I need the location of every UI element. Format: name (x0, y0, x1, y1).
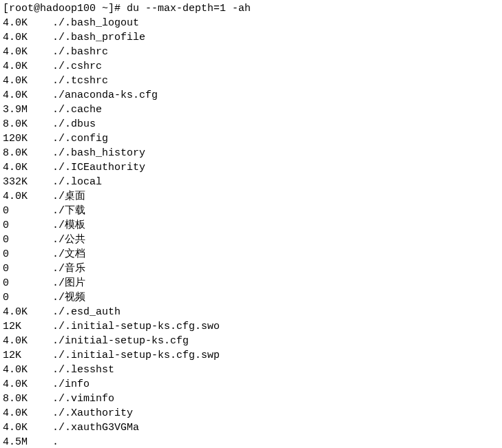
path-value: ./anaconda-ks.cfg (52, 88, 158, 103)
du-row: 4.0K./info (3, 377, 499, 392)
path-value: ./.cshrc (52, 59, 102, 74)
du-row: 4.0K./.tcshrc (3, 74, 499, 88)
size-value: 0 (3, 233, 52, 247)
path-value: ./视频 (52, 290, 85, 305)
du-row: 0./视频 (3, 290, 499, 305)
path-value: ./音乐 (52, 262, 85, 276)
size-value: 332K (3, 175, 52, 189)
path-value: ./.esd_auth (52, 305, 121, 319)
du-row: 4.0K./.lesshst (3, 363, 499, 377)
size-value: 0 (3, 290, 52, 305)
path-value: ./下载 (52, 204, 85, 218)
du-row: 0./下载 (3, 204, 499, 218)
du-row: 8.0K./.bash_history (3, 146, 499, 160)
path-value: ./模板 (52, 218, 85, 233)
path-value: ./.viminfo (52, 392, 114, 406)
size-value: 4.0K (3, 160, 52, 175)
du-row: 332K./.local (3, 175, 499, 189)
size-value: 4.0K (3, 377, 52, 392)
size-value: 8.0K (3, 117, 52, 131)
size-value: 0 (3, 276, 52, 290)
path-value: ./公共 (52, 233, 85, 247)
size-value: 4.0K (3, 189, 52, 204)
du-row: 4.0K./.xauthG3VGMa (3, 420, 499, 435)
path-value: ./.lesshst (52, 363, 114, 377)
du-row: 0./文档 (3, 247, 499, 262)
du-row: 4.0K./.esd_auth (3, 305, 499, 319)
du-row: 4.0K./.Xauthority (3, 406, 499, 420)
path-value: ./.ICEauthority (52, 160, 145, 175)
size-value: 4.0K (3, 363, 52, 377)
du-row: 8.0K./.viminfo (3, 392, 499, 406)
du-row: 4.0K./.ICEauthority (3, 160, 499, 175)
du-row: 0./图片 (3, 276, 499, 290)
size-value: 120K (3, 131, 52, 146)
size-value: 4.0K (3, 59, 52, 74)
size-value: 4.0K (3, 305, 52, 319)
size-value: 3.9M (3, 103, 52, 117)
du-output-rows: 4.0K./.bash_logout4.0K./.bash_profile4.0… (3, 16, 499, 448)
du-row: 12K./.initial-setup-ks.cfg.swo (3, 319, 499, 334)
size-value: 0 (3, 247, 52, 262)
du-row: 3.9M./.cache (3, 103, 499, 117)
du-row: 0./音乐 (3, 262, 499, 276)
du-row: 4.0K./.bashrc (3, 45, 499, 59)
size-value: 4.0K (3, 88, 52, 103)
command-text: du --max-depth=1 -ah (127, 3, 251, 14)
path-value: ./.bash_profile (52, 30, 145, 45)
path-value: ./.local (52, 175, 102, 189)
path-value: ./.xauthG3VGMa (52, 420, 139, 435)
command-line: [root@hadoop100 ~]# du --max-depth=1 -ah (3, 1, 499, 16)
size-value: 12K (3, 348, 52, 363)
path-value: ./.bashrc (52, 45, 108, 59)
path-value: ./.Xauthority (52, 406, 133, 420)
size-value: 8.0K (3, 392, 52, 406)
path-value: ./.initial-setup-ks.cfg.swp (52, 348, 220, 363)
size-value: 4.0K (3, 406, 52, 420)
size-value: 0 (3, 204, 52, 218)
path-value: ./.initial-setup-ks.cfg.swo (52, 319, 220, 334)
terminal-output: [root@hadoop100 ~]# du --max-depth=1 -ah… (3, 1, 499, 448)
du-row: 0./公共 (3, 233, 499, 247)
size-value: 12K (3, 319, 52, 334)
du-row: 4.0K./anaconda-ks.cfg (3, 88, 499, 103)
du-row: 4.0K./.bash_logout (3, 16, 499, 30)
du-row: 12K./.initial-setup-ks.cfg.swp (3, 348, 499, 363)
size-value: 4.0K (3, 30, 52, 45)
path-value: ./.dbus (52, 117, 96, 131)
path-value: ./.cache (52, 103, 102, 117)
du-row: 4.5M. (3, 435, 499, 448)
size-value: 4.0K (3, 16, 52, 30)
path-value: ./图片 (52, 276, 85, 290)
du-row: 4.0K./.bash_profile (3, 30, 499, 45)
du-row: 4.0K./桌面 (3, 189, 499, 204)
path-value: ./桌面 (52, 189, 85, 204)
path-value: ./.config (52, 131, 108, 146)
size-value: 8.0K (3, 146, 52, 160)
path-value: . (52, 435, 59, 448)
size-value: 4.0K (3, 45, 52, 59)
path-value: ./initial-setup-ks.cfg (52, 334, 189, 348)
size-value: 0 (3, 262, 52, 276)
path-value: ./info (52, 377, 90, 392)
du-row: 8.0K./.dbus (3, 117, 499, 131)
path-value: ./.bash_logout (52, 16, 139, 30)
size-value: 4.0K (3, 420, 52, 435)
du-row: 4.0K./.cshrc (3, 59, 499, 74)
size-value: 4.0K (3, 74, 52, 88)
size-value: 0 (3, 218, 52, 233)
path-value: ./.bash_history (52, 146, 145, 160)
du-row: 120K./.config (3, 131, 499, 146)
size-value: 4.0K (3, 334, 52, 348)
du-row: 4.0K./initial-setup-ks.cfg (3, 334, 499, 348)
path-value: ./文档 (52, 247, 85, 262)
size-value: 4.5M (3, 435, 52, 448)
shell-prompt: [root@hadoop100 ~]# (3, 3, 127, 14)
du-row: 0./模板 (3, 218, 499, 233)
path-value: ./.tcshrc (52, 74, 108, 88)
